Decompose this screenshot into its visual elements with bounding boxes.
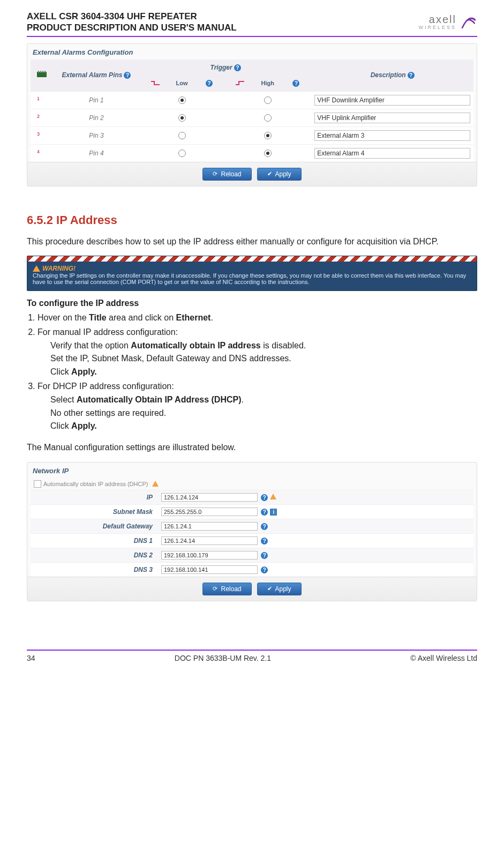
external-alarms-panel: External Alarms Configuration External A… — [27, 43, 477, 187]
warning-icon — [270, 494, 276, 499]
help-icon[interactable]: ? — [261, 538, 268, 545]
help-icon[interactable]: ? — [292, 80, 299, 87]
warning-box: WARNING! Changing the IP settings on the… — [27, 256, 477, 291]
ip-field-input[interactable] — [161, 508, 258, 516]
help-icon[interactable]: ? — [206, 80, 213, 87]
dhcp-checkbox[interactable] — [34, 480, 41, 488]
trigger-high-radio[interactable] — [264, 114, 272, 122]
connector-icon — [37, 71, 47, 78]
field-label: Subnet Mask — [31, 504, 157, 519]
field-label: IP — [31, 490, 157, 504]
step-3a: Select Automatically Obtain IP Address (… — [50, 393, 477, 407]
table-row: 3Pin 3 — [31, 126, 473, 144]
svg-rect-2 — [40, 71, 41, 73]
configure-subhead: To configure the IP address — [27, 299, 477, 308]
logo-swirl-icon — [458, 13, 477, 32]
ip-field-input[interactable] — [161, 493, 258, 502]
trigger-low-radio[interactable] — [178, 132, 186, 139]
pin-label: Pin 1 — [56, 96, 137, 104]
help-icon[interactable]: ? — [408, 72, 415, 79]
logo-text: axell WIRELESS — [418, 14, 456, 30]
check-icon: ✔ — [267, 170, 272, 177]
pin-label: Pin 2 — [56, 114, 137, 122]
description-input[interactable] — [314, 95, 470, 106]
ip-field-input[interactable] — [161, 551, 258, 560]
th-pins: External Alarm Pins? — [53, 59, 140, 92]
table-row: Subnet Mask ?i — [31, 504, 473, 519]
ip-field-input[interactable] — [161, 536, 258, 545]
reload-button[interactable]: ⟳Reload — [202, 583, 251, 595]
table-row: DNS 2 ? — [31, 548, 473, 562]
alarms-panel-title: External Alarms Configuration — [31, 47, 473, 59]
th-description: Description? — [311, 59, 473, 92]
description-input[interactable] — [314, 148, 470, 159]
warning-icon — [152, 481, 159, 487]
help-icon[interactable]: ? — [261, 494, 268, 501]
pin-label: Pin 3 — [56, 132, 137, 139]
trigger-low-radio[interactable] — [178, 150, 186, 157]
description-input[interactable] — [314, 130, 470, 141]
step-1: Hover on the Title area and click on Eth… — [37, 311, 477, 325]
step-2a: Verify that the option Automatically obt… — [50, 339, 477, 353]
help-icon[interactable]: ? — [124, 72, 131, 79]
section-intro: This procedure describes how to set up t… — [27, 236, 477, 248]
page-header: AXELL CSR 3604-3304 UHF REPEATER PRODUCT… — [27, 11, 477, 37]
table-row: 4Pin 4 — [31, 144, 473, 162]
warning-title: WARNING! — [33, 265, 471, 272]
help-icon[interactable]: ? — [261, 509, 268, 516]
info-icon[interactable]: i — [270, 509, 277, 516]
ip-field-input[interactable] — [161, 522, 258, 531]
field-label: DNS 2 — [31, 548, 157, 562]
th-high: High? — [224, 76, 311, 92]
table-row: 2Pin 2 — [31, 109, 473, 126]
network-ip-panel: Network IP Automatically obtain IP addre… — [27, 462, 477, 601]
step-2b: Set the IP, Subnet Mask, Default Gateway… — [50, 352, 477, 366]
reload-icon: ⟳ — [213, 585, 217, 592]
warning-body: Changing the IP settings on the controll… — [33, 272, 471, 285]
alarms-table: External Alarm Pins? Trigger? Descriptio… — [31, 59, 473, 162]
help-icon[interactable]: ? — [261, 523, 268, 530]
table-row: DNS 1 ? — [31, 533, 473, 548]
th-low: Low? — [140, 76, 224, 92]
th-trigger: Trigger? — [140, 59, 311, 76]
closing-text: The Manual configuration settings are il… — [27, 442, 477, 453]
trigger-high-radio[interactable] — [264, 132, 272, 139]
step-3: For DHCP IP address configuration: Selec… — [37, 380, 477, 433]
warning-icon — [33, 265, 40, 272]
alarms-button-row: ⟳Reload ✔Apply — [27, 162, 477, 186]
copyright: © Axell Wireless Ltd — [410, 654, 477, 662]
reload-icon: ⟳ — [213, 170, 217, 177]
field-label: DNS 1 — [31, 533, 157, 548]
step-2c: Click Apply. — [50, 366, 477, 379]
trigger-low-radio[interactable] — [178, 96, 186, 104]
apply-button[interactable]: ✔Apply — [257, 168, 302, 181]
apply-button[interactable]: ✔Apply — [257, 583, 302, 595]
trigger-high-radio[interactable] — [264, 150, 272, 157]
field-label: DNS 3 — [31, 562, 157, 577]
ip-field-input[interactable] — [161, 565, 258, 574]
step-3c: Click Apply. — [50, 420, 477, 433]
ip-button-row: ⟳Reload ✔Apply — [27, 577, 477, 601]
table-row: Default Gateway ? — [31, 519, 473, 533]
reload-button[interactable]: ⟳Reload — [202, 168, 251, 181]
header-line1: AXELL CSR 3604-3304 UHF REPEATER — [27, 11, 237, 22]
help-icon[interactable]: ? — [234, 64, 241, 71]
ip-form-table: IP ?Subnet Mask ?iDefault Gateway ?DNS 1… — [31, 490, 473, 577]
header-line2: PRODUCT DESCRIPTION AND USER'S MANUAL — [27, 22, 237, 33]
table-row: IP ? — [31, 490, 473, 504]
doc-id: DOC PN 3633B-UM Rev. 2.1 — [175, 654, 271, 662]
header-title: AXELL CSR 3604-3304 UHF REPEATER PRODUCT… — [27, 11, 237, 34]
help-icon[interactable]: ? — [261, 566, 268, 573]
check-icon: ✔ — [267, 585, 272, 592]
ip-panel-title: Network IP — [31, 466, 473, 478]
description-input[interactable] — [314, 113, 470, 123]
help-icon[interactable]: ? — [261, 552, 268, 559]
high-icon — [236, 80, 244, 86]
low-icon — [151, 80, 160, 86]
trigger-low-radio[interactable] — [178, 114, 186, 122]
trigger-high-radio[interactable] — [264, 96, 272, 104]
svg-rect-1 — [38, 71, 39, 73]
logo: axell WIRELESS — [418, 13, 477, 32]
pin-label: Pin 4 — [56, 150, 137, 157]
logo-sub: WIRELESS — [418, 25, 456, 30]
